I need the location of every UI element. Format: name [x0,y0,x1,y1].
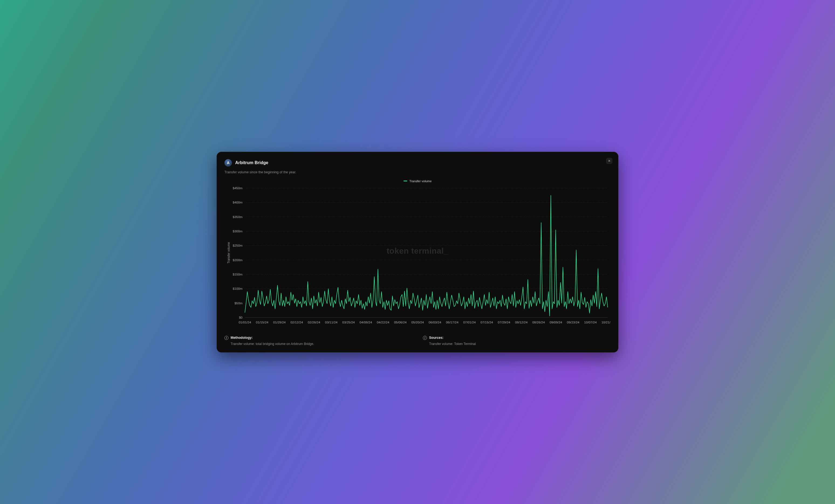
svg-text:07/01/24: 07/01/24 [463,321,476,324]
legend-swatch-icon [404,181,407,182]
dashboard-window: ✕ A Arbitrum Bridge Transfer volume sinc… [217,152,618,353]
svg-text:09/23/24: 09/23/24 [567,321,579,324]
sources-heading: Sources: [429,336,444,340]
svg-text:06/03/24: 06/03/24 [429,321,441,324]
line-chart: $0$50m$100m$150m$200m$250m$300m$350m$400… [224,185,611,328]
arbitrum-logo-icon: A [224,159,232,167]
svg-text:$400m: $400m [233,201,242,204]
svg-text:03/25/24: 03/25/24 [342,321,355,324]
svg-text:$300m: $300m [233,230,242,233]
svg-text:09/09/24: 09/09/24 [550,321,562,324]
svg-text:$250m: $250m [233,244,242,247]
svg-text:08/12/24: 08/12/24 [515,321,528,324]
svg-text:04/22/24: 04/22/24 [377,321,389,324]
svg-text:07/15/24: 07/15/24 [481,321,493,324]
svg-text:10/21/24: 10/21/24 [602,321,611,324]
close-icon: ✕ [608,159,611,163]
sources-body: Transfer volume: Token Terminal [429,342,611,346]
svg-text:05/06/24: 05/06/24 [394,321,407,324]
page-subtitle: Transfer volume since the beginning of t… [224,170,611,174]
svg-text:10/07/24: 10/07/24 [584,321,597,324]
info-icon: i [423,336,427,340]
legend-label: Transfer volume [409,180,432,183]
methodology-body: Transfer volume: total bridging volume o… [230,342,412,346]
svg-text:05/20/24: 05/20/24 [411,321,424,324]
chart-container: token terminal_ $0$50m$100m$150m$200m$25… [224,185,611,328]
svg-text:03/11/24: 03/11/24 [325,321,338,324]
svg-text:07/29/24: 07/29/24 [498,321,511,324]
footer-methodology: i Methodology: Transfer volume: total br… [224,336,412,346]
svg-text:01/01/24: 01/01/24 [239,321,251,324]
info-icon: i [224,336,228,340]
svg-text:08/26/24: 08/26/24 [532,321,545,324]
page-title: Arbitrum Bridge [235,160,268,165]
svg-text:$150m: $150m [233,273,242,276]
footer: i Methodology: Transfer volume: total br… [224,334,611,346]
chart-legend: Transfer volume [224,178,611,184]
svg-text:$0: $0 [239,316,242,319]
svg-text:06/17/24: 06/17/24 [446,321,459,324]
svg-text:02/26/24: 02/26/24 [308,321,320,324]
svg-text:$200m: $200m [233,258,242,262]
svg-text:04/08/24: 04/08/24 [360,321,372,324]
svg-text:Transfer volume: Transfer volume [227,242,230,263]
svg-text:01/29/24: 01/29/24 [273,321,286,324]
svg-text:$100m: $100m [233,287,242,290]
footer-sources: i Sources: Transfer volume: Token Termin… [423,336,611,346]
close-button[interactable]: ✕ [606,158,612,164]
header: A Arbitrum Bridge [224,159,611,167]
methodology-heading: Methodology: [230,336,253,340]
svg-text:$450m: $450m [233,187,242,190]
svg-text:$350m: $350m [233,215,242,218]
svg-text:01/15/24: 01/15/24 [256,321,269,324]
svg-text:$50m: $50m [235,301,242,305]
svg-text:02/12/24: 02/12/24 [290,321,303,324]
